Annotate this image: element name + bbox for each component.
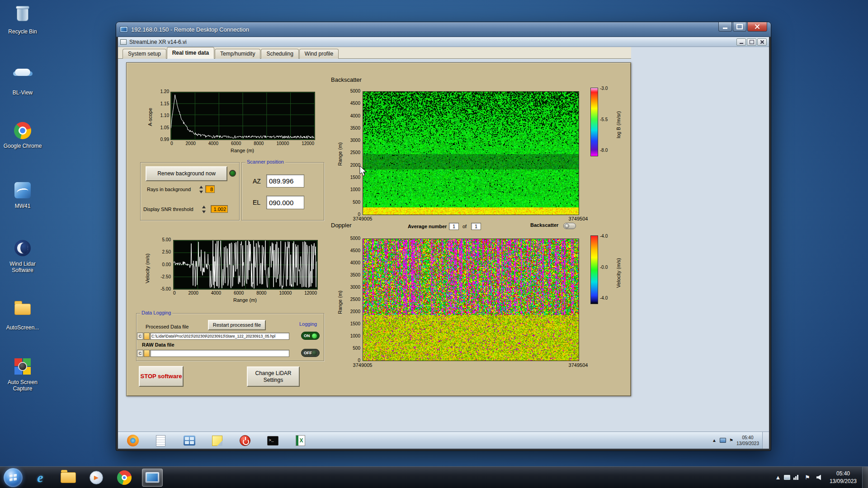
desktop-icon-label: Wind Lidar Software [3,261,42,274]
screen-capture-icon [13,358,32,377]
ascope-plot [170,92,315,140]
remote-taskbar-power-icon[interactable] [238,434,252,447]
tab-real-time-data[interactable]: Real time data [167,47,214,59]
taskbar-ie-icon[interactable]: e [30,469,51,487]
of-label: of [462,224,467,229]
show-desktop-button[interactable] [862,467,868,488]
vi-restore-button[interactable] [747,38,756,46]
rdp-window: 192.168.0.150 - Remote Desktop Connectio… [116,22,771,450]
vi-close-button[interactable] [757,38,767,46]
tab-wind-profile[interactable]: Wind profile [299,49,339,59]
chrome-icon [117,470,132,485]
desktop-icon-label: AutoScreen... [3,324,42,331]
tray-network-icon[interactable] [793,475,798,480]
velocity-y-ticks: 5.00 2.50 0.00 -2.50 -5.00 [152,237,171,291]
processed-drive-icon[interactable]: C [137,333,143,340]
taskbar-media-player-icon[interactable]: ▶ [86,469,107,487]
remote-taskbar-notepad-icon[interactable] [154,434,167,447]
rdp-window-title: 192.168.0.150 - Remote Desktop Connectio… [131,26,249,33]
remote-tray-arrow-icon[interactable]: ▲ [712,438,717,443]
remote-taskbar-sticky-notes-icon[interactable] [210,434,224,447]
taskbar-rdp-icon[interactable] [142,469,163,487]
vi-minimize-button[interactable] [736,38,746,46]
remote-taskbar-excel-icon[interactable]: X [293,434,307,447]
tab-system-setup[interactable]: System setup [123,49,166,59]
remote-show-desktop-button[interactable] [762,432,769,449]
remote-taskbar-browser-icon[interactable] [126,434,140,447]
desktop-icon-autoscreen[interactable]: AutoScreen... [3,299,42,331]
raw-drive-icon[interactable]: C [137,350,143,357]
vi-titlebar[interactable]: StreamLine XR v14-6.vi [118,37,769,47]
doppler-y-axis-label: Range (m) [337,291,343,314]
remote-network-icon[interactable] [720,438,726,443]
average-number-field[interactable]: 1 [449,223,459,230]
raw-browse-icon[interactable] [144,350,150,357]
rdp-app-icon [120,26,128,33]
stop-software-button[interactable]: STOP software [139,366,184,387]
snr-value-field[interactable]: 1.002 [211,205,228,213]
raw-logging-toggle[interactable]: OFF [301,349,320,357]
rdp-maximize-button[interactable] [733,22,746,32]
rdp-minimize-button[interactable] [718,22,732,32]
tray-expand-arrow-icon[interactable]: ▲ [775,474,781,481]
cloud-icon [13,69,32,88]
remote-clock[interactable]: 05:40 13/09/2023 [736,435,759,446]
folder-icon [61,472,76,483]
tray-volume-icon[interactable] [816,475,821,480]
backscatter-display-toggle[interactable] [563,223,576,229]
tab-scheduling[interactable]: Scheduling [261,49,298,59]
renew-background-button[interactable]: Renew background now [146,166,227,181]
rays-value-field[interactable]: 8 [205,185,215,193]
change-lidar-settings-button[interactable]: Change LiDAR Settings [247,366,300,387]
desktop-icon-wind-lidar[interactable]: Wind Lidar Software [3,239,42,274]
remote-tray: ▲ ⚑ 05:40 13/09/2023 [712,432,759,449]
backscatter-title: Backscatter [331,76,362,83]
start-button[interactable] [4,468,23,487]
processed-browse-icon[interactable] [144,333,150,340]
az-label: AZ [253,178,261,185]
desktop-icon-recycle-bin[interactable]: Recycle Bin [3,5,42,35]
el-value-field[interactable]: 090.000 [266,196,304,209]
taskbar-explorer-icon[interactable] [58,469,79,487]
snr-spinner[interactable] [202,206,206,213]
processed-path-field[interactable]: C:\Lidar\Data\Proc\2023\202309\20230913\… [150,333,289,340]
remote-flag-icon[interactable]: ⚑ [729,438,733,443]
taskbar-clock[interactable]: 05:40 13/09/2023 [830,470,857,484]
backscatter-toggle-label: Backscatter [530,222,558,228]
rdp-close-button[interactable] [747,22,767,32]
velocity-plot [173,240,318,290]
taskbar-chrome-icon[interactable] [114,469,135,487]
doppler-colorbar-label: Velocity (m/s) [616,258,621,288]
snr-threshold-label: Display SNR threshold [143,206,193,212]
tab-bar: System setup Real time data Temp/humidit… [123,47,339,59]
desktop-icon-label: BL-View [3,89,42,96]
data-logging-title: Data Logging [140,310,172,315]
processed-logging-toggle[interactable]: ON [301,332,320,340]
vi-window-title: StreamLine XR v14-6.vi [129,39,187,45]
remote-desktop-area: StreamLine XR v14-6.vi System setup Real… [118,37,769,449]
tab-temp-humidity[interactable]: Temp/humidity [215,49,260,59]
desktop-icon-google-chrome[interactable]: Google Chrome [3,121,42,149]
ascope-x-axis-label: Range (m) [170,148,314,153]
desktop-icon-auto-screen-capture[interactable]: Auto Screen Capture [3,357,42,392]
vi-app-icon [120,39,127,45]
raw-data-file-label: RAW Data file [142,342,175,347]
backscatter-colorbar [590,88,598,156]
chrome-icon [13,122,32,141]
doppler-heatmap [363,239,579,361]
windows-logo-icon [9,474,17,481]
remote-taskbar-cmd-icon[interactable]: >_ [266,434,279,447]
doppler-colorbar-ticks: -4.0 -0.0 -4.0 [600,234,613,300]
tray-display-icon[interactable] [784,475,790,480]
desktop-icon-bl-view[interactable]: BL-View [3,62,42,96]
tray-flag-icon[interactable]: ⚑ [805,474,810,481]
az-value-field[interactable]: 089.996 [266,174,304,188]
average-of-field[interactable]: 1 [471,223,481,230]
rays-spinner[interactable] [199,186,203,193]
doppler-y-ticks: 5000 4500 4000 3500 3000 2500 2000 1500 … [346,236,360,363]
rdp-titlebar[interactable]: 192.168.0.150 - Remote Desktop Connectio… [116,22,771,37]
desktop-icon-mw41[interactable]: MW41 [3,181,42,209]
raw-path-field[interactable] [150,350,289,357]
restart-processed-file-button[interactable]: Restart processed file [208,320,266,330]
remote-taskbar-network-app-icon[interactable] [183,434,196,447]
